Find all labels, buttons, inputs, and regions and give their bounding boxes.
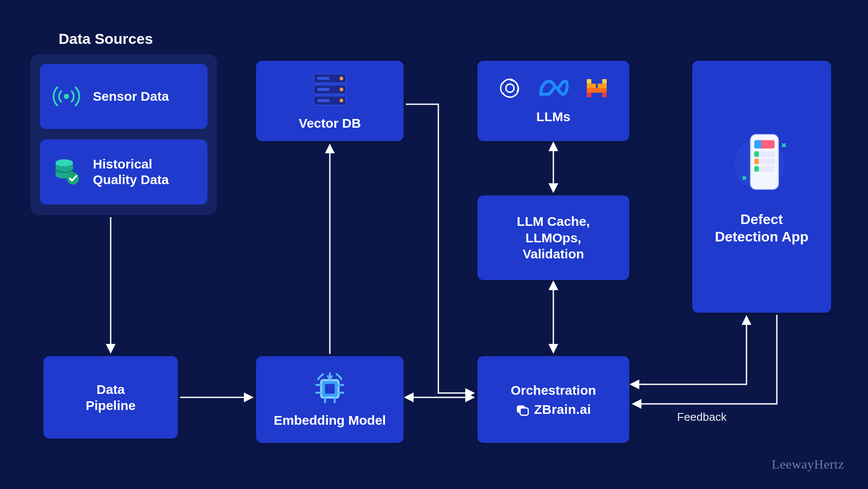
node-embedding-model: Embedding Model [256,356,404,443]
svg-point-0 [64,94,69,99]
svg-rect-28 [602,83,607,88]
node-label: LLM Cache, LLMOps, Validation [509,213,598,262]
data-sources-title: Data Sources [59,30,153,47]
source-sensor-data: Sensor Data [40,64,207,129]
database-check-icon [51,157,82,187]
node-label: LLMs [529,109,578,125]
node-label: Vector DB [291,115,368,132]
svg-rect-23 [587,79,591,83]
svg-rect-44 [754,166,759,172]
svg-rect-27 [598,83,602,88]
node-llms: LLMs [477,61,629,141]
source-label: Historical Quality Data [93,156,196,188]
svg-rect-30 [587,93,591,97]
chip-icon [310,370,349,406]
svg-rect-42 [754,159,759,164]
orchestration-brand: ZBrain.ai [516,402,591,417]
feedback-label: Feedback [677,410,727,424]
meta-icon [538,78,569,100]
svg-rect-21 [317,99,329,102]
node-orchestration: Orchestration ZBrain.ai [477,356,629,443]
broadcast-icon [51,81,82,112]
diagram-canvas: Data Sources Sensor Data [0,0,868,489]
brand-watermark: LeewayHertz [772,457,844,472]
source-historical-quality: Historical Quality Data [40,139,207,205]
mobile-app-icon [733,128,790,199]
svg-rect-31 [602,93,607,97]
mistral-icon [586,77,608,101]
node-vector-db: Vector DB [256,61,404,141]
node-llm-cache: LLM Cache, LLMOps, Validation [477,195,629,280]
data-sources-group: Sensor Data Historical Quality Data [30,54,217,215]
node-label: Embedding Model [266,412,394,429]
svg-rect-29 [587,88,607,93]
node-defect-detection-app: Defect Detection App [692,61,831,313]
svg-rect-5 [325,384,335,393]
node-label: Defect Detection App [707,211,816,245]
svg-point-17 [339,87,343,91]
svg-rect-40 [754,151,759,157]
svg-rect-25 [587,83,591,88]
zbrain-logo-icon [516,403,529,416]
source-label: Sensor Data [93,89,169,104]
svg-rect-19 [317,77,329,79]
svg-point-2 [56,159,73,166]
svg-rect-24 [602,79,607,83]
svg-rect-38 [754,140,762,149]
node-data-pipeline: Data Pipeline [43,356,178,439]
svg-point-22 [506,84,514,92]
svg-point-16 [339,76,343,80]
node-label: Data Pipeline [78,381,143,414]
svg-point-18 [339,99,343,102]
svg-rect-33 [520,408,529,415]
server-stack-icon [309,71,351,110]
node-label: Orchestration [503,382,604,399]
openai-icon [499,77,521,101]
svg-rect-26 [592,83,596,88]
svg-rect-20 [317,88,329,91]
orchestration-sublabel: ZBrain.ai [534,402,591,417]
